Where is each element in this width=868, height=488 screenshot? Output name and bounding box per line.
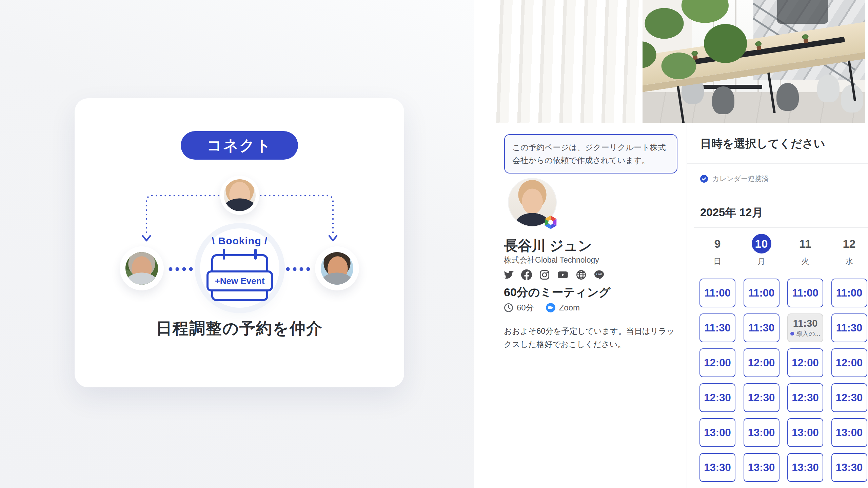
instagram-icon[interactable] bbox=[539, 269, 550, 280]
slot-11-1300[interactable]: 13:00 bbox=[787, 418, 823, 447]
slot-12-1330[interactable]: 13:30 bbox=[831, 453, 867, 482]
busy-slot-time: 11:30 bbox=[793, 318, 818, 329]
meeting-description: おおよそ60分を予定しています。当日はリラックスした格好でおこしください。 bbox=[504, 325, 680, 351]
day-column-11[interactable]: 11 火 bbox=[787, 234, 823, 267]
duration-item: 60分 bbox=[504, 302, 534, 313]
day-column-10-selected[interactable]: 10 月 bbox=[744, 234, 780, 267]
new-event-label: +New Event bbox=[206, 270, 273, 291]
curtains bbox=[492, 0, 643, 123]
slot-10-1130[interactable]: 11:30 bbox=[744, 313, 780, 342]
slot-12-1200[interactable]: 12:00 bbox=[831, 348, 867, 377]
created-by-notice: この予約ページは、ジクーリクルート株式会社からの依頼で作成されています。 bbox=[504, 134, 677, 174]
host-name: 長谷川 ジュン bbox=[504, 237, 592, 255]
youtube-icon[interactable] bbox=[557, 269, 569, 280]
slot-9-1330[interactable]: 13:30 bbox=[699, 453, 735, 482]
host-company: 株式会社Global Technology bbox=[504, 255, 599, 265]
slot-10-1200[interactable]: 12:00 bbox=[744, 348, 780, 377]
slot-12-1100[interactable]: 11:00 bbox=[831, 279, 867, 307]
slot-9-1130[interactable]: 11:30 bbox=[699, 313, 735, 342]
arrow-down-left-icon bbox=[143, 236, 150, 241]
slot-10-1100[interactable]: 11:00 bbox=[744, 279, 780, 307]
website-globe-icon[interactable] bbox=[576, 269, 587, 280]
calendar-top-divider bbox=[694, 227, 868, 228]
heading-divider bbox=[687, 163, 868, 164]
line-icon[interactable]: LINE bbox=[594, 269, 605, 280]
arrow-down-right-icon bbox=[329, 236, 337, 241]
calendar-status: カレンダー連携済 bbox=[700, 174, 769, 183]
month-label: 2025年 12月 bbox=[700, 205, 763, 220]
booking-bubble: \ Booking / +New Event bbox=[200, 228, 279, 308]
day-column-12[interactable]: 12 水 bbox=[831, 234, 867, 267]
calendar-sync-pinwheel-icon bbox=[543, 215, 558, 230]
location-label: Zoom bbox=[559, 303, 580, 312]
slot-11-1100[interactable]: 11:00 bbox=[787, 279, 823, 307]
illustration-card: コネクト \ bbox=[75, 98, 404, 387]
slot-12-1300[interactable]: 13:00 bbox=[831, 418, 867, 447]
slot-9-1100[interactable]: 11:00 bbox=[699, 279, 735, 307]
duration-label: 60分 bbox=[517, 302, 534, 313]
slot-11-1230[interactable]: 12:30 bbox=[787, 383, 823, 412]
location-item: Zoom bbox=[546, 303, 580, 313]
slot-10-1330[interactable]: 13:30 bbox=[744, 453, 780, 482]
twitter-icon[interactable] bbox=[503, 269, 514, 280]
busy-slot-event: 導入の... bbox=[790, 329, 820, 338]
slot-10-1230[interactable]: 12:30 bbox=[744, 383, 780, 412]
avatar-organizer bbox=[220, 176, 259, 215]
scheduler-heading: 日時を選択してください bbox=[700, 136, 825, 151]
illustration-panel: コネクト \ bbox=[0, 0, 474, 488]
illustration-caption: 日程調整の予約を仲介 bbox=[75, 318, 404, 339]
slot-12-1130[interactable]: 11:30 bbox=[831, 313, 867, 342]
slot-12-1230[interactable]: 12:30 bbox=[831, 383, 867, 412]
day-column-9[interactable]: 9 日 bbox=[699, 234, 735, 267]
organizer-portrait bbox=[224, 179, 256, 211]
meeting-title: 60分のミーティング bbox=[504, 285, 611, 300]
slot-10-1300[interactable]: 13:00 bbox=[744, 418, 780, 447]
busy-dot-icon bbox=[790, 332, 794, 336]
guest-right-portrait bbox=[321, 252, 353, 285]
slot-9-1300[interactable]: 13:00 bbox=[699, 418, 735, 447]
calendar-status-label: カレンダー連携済 bbox=[712, 174, 769, 183]
slot-9-1200[interactable]: 12:00 bbox=[699, 348, 735, 377]
day-headers: 9 日 10 月 11 火 12 水 bbox=[699, 234, 867, 267]
avatar-guest-right bbox=[315, 246, 359, 290]
zoom-video-icon bbox=[546, 303, 556, 313]
booking-word: \ Booking / bbox=[212, 235, 268, 247]
check-circle-icon bbox=[700, 175, 708, 183]
svg-text:LINE: LINE bbox=[596, 273, 602, 276]
slot-11-1200[interactable]: 12:00 bbox=[787, 348, 823, 377]
slot-9-1230[interactable]: 12:30 bbox=[699, 383, 735, 412]
social-links-row: LINE bbox=[503, 269, 605, 280]
meeting-meta-row: 60分 Zoom bbox=[504, 302, 580, 313]
calendar-event-icon: +New Event bbox=[206, 250, 273, 301]
slot-11-1130-busy[interactable]: 11:30 導入の... bbox=[787, 313, 823, 342]
avatar-guest-left bbox=[120, 246, 164, 290]
facebook-icon[interactable] bbox=[521, 269, 532, 280]
busy-slot-label: 導入の... bbox=[796, 329, 820, 338]
vertical-divider bbox=[687, 123, 687, 488]
guest-left-portrait bbox=[125, 252, 158, 285]
clock-icon bbox=[504, 303, 513, 312]
office-photo bbox=[492, 0, 865, 123]
time-slot-grid: 11:00 11:00 11:00 11:00 11:30 11:30 11:3… bbox=[699, 279, 867, 482]
slot-11-1330[interactable]: 13:30 bbox=[787, 453, 823, 482]
